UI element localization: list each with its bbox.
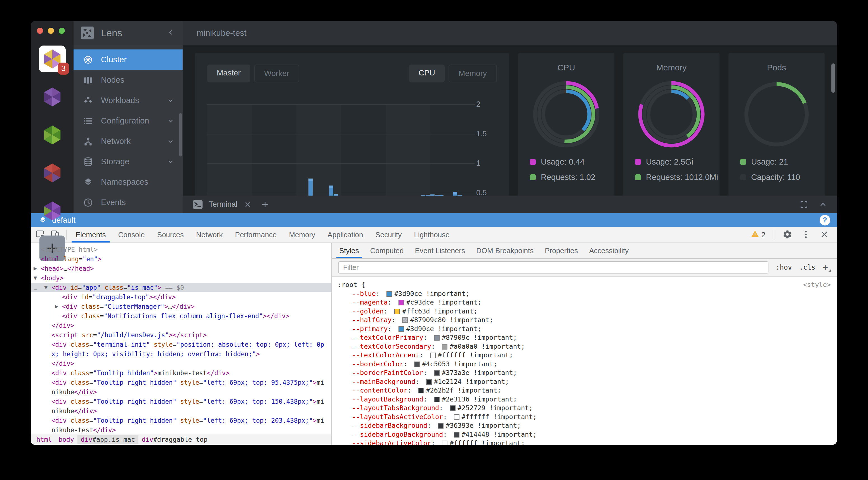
sidebar-scrollbar[interactable] — [179, 113, 182, 157]
sidebar-item-workloads[interactable]: Workloads — [73, 90, 183, 111]
color-swatch[interactable] — [399, 326, 404, 332]
color-swatch[interactable] — [434, 397, 440, 402]
cluster-icon-2[interactable] — [39, 83, 66, 110]
metric-memory[interactable]: Memory — [448, 65, 497, 82]
color-swatch[interactable] — [434, 370, 440, 376]
dom-tree-node[interactable]: <html lang="en"> — [31, 254, 331, 264]
color-swatch[interactable] — [434, 335, 440, 341]
dom-tree-node[interactable]: ▼<body> — [31, 273, 331, 283]
breadcrumb-item[interactable]: div#app.is-mac — [78, 435, 138, 444]
devtools-tab-performance[interactable]: Performance — [229, 227, 283, 242]
css-property[interactable]: --mainBackground: #1e2124 !important; — [338, 377, 837, 386]
cluster-icon-5[interactable] — [39, 198, 66, 225]
css-property[interactable]: --textColorPrimary: #87909c !important; — [338, 333, 837, 342]
color-swatch[interactable] — [454, 414, 460, 420]
node-filter-worker[interactable]: Worker — [254, 65, 300, 82]
cluster-icon-1[interactable]: 3 — [39, 45, 66, 72]
devtools-close-icon[interactable] — [819, 230, 830, 240]
style-source-link[interactable]: <style> — [803, 280, 831, 289]
color-swatch[interactable] — [426, 379, 432, 385]
dom-tree[interactable]: <!DOCTYPE html><html lang="en">▶<head>…<… — [31, 243, 331, 434]
dom-tree-node[interactable]: <div class="Tooltip right hidden" style=… — [31, 416, 331, 434]
css-property[interactable]: --contentColor: #262b2f !important; — [338, 386, 837, 395]
devtools-tab-sources[interactable]: Sources — [151, 227, 190, 242]
dom-tree-node[interactable]: <div id="draggable-top"></div> — [31, 292, 331, 302]
dom-tree-node[interactable]: <div class="terminal-init" style="positi… — [31, 340, 331, 359]
color-swatch[interactable] — [438, 423, 443, 428]
styles-tab-event-listeners[interactable]: Event Listeners — [409, 243, 471, 258]
main-scrollbar[interactable] — [831, 63, 835, 93]
css-property[interactable]: --sidebarBackground: #36393e !important; — [338, 421, 837, 430]
breadcrumb-item[interactable]: div#draggable-top — [138, 435, 211, 444]
terminal-tab-label[interactable]: Terminal — [209, 200, 238, 209]
color-swatch[interactable] — [450, 405, 456, 411]
dom-tree-node[interactable]: <!DOCTYPE html> — [31, 245, 331, 254]
sidebar-item-storage[interactable]: Storage — [73, 151, 183, 172]
breadcrumb-item[interactable]: html — [33, 435, 55, 444]
close-terminal-icon[interactable] — [244, 201, 251, 208]
sidebar-item-configuration[interactable]: Configuration — [73, 111, 183, 131]
styles-tab-dom-breakpoints[interactable]: DOM Breakpoints — [471, 243, 539, 258]
color-swatch[interactable] — [414, 362, 420, 367]
css-property[interactable]: --halfGray: #87909c80 !important; — [338, 316, 837, 325]
color-swatch[interactable] — [386, 291, 392, 297]
devtools-settings-icon[interactable] — [783, 230, 793, 240]
css-property[interactable]: --borderColor: #4c5053 !important; — [338, 360, 837, 369]
dom-tree-node[interactable]: <div class="Tooltip hidden">minikube-tes… — [31, 368, 331, 378]
devtools-tab-security[interactable]: Security — [369, 227, 408, 242]
breadcrumb-item[interactable]: body — [55, 435, 77, 444]
css-property[interactable]: --layoutTabsBackground: #252729 !importa… — [338, 404, 837, 413]
css-property[interactable]: --borderFaintColor: #373a3e !important; — [338, 369, 837, 377]
sidebar-collapse-button[interactable] — [167, 29, 175, 37]
dom-tree-node[interactable]: ▶<head>…</head> — [31, 264, 331, 273]
devtools-menu-icon[interactable] — [801, 230, 811, 240]
new-style-rule-button[interactable]: + — [823, 262, 831, 273]
toggle-hover-state-button[interactable]: :hov — [776, 264, 792, 271]
color-swatch[interactable] — [399, 300, 404, 305]
devtools-tab-lighthouse[interactable]: Lighthouse — [408, 227, 456, 242]
cluster-icon-4[interactable] — [39, 160, 66, 186]
devtools-tab-network[interactable]: Network — [190, 227, 229, 242]
dom-tree-node[interactable]: …▼<div id="app" class="is-mac"> == $0 — [31, 283, 331, 292]
cluster-icon-3[interactable] — [39, 122, 66, 148]
new-terminal-icon[interactable] — [261, 200, 269, 209]
dom-tree-node[interactable]: </div> — [31, 321, 331, 330]
css-property[interactable]: --sidebarActiveColor: #ffffff !important… — [338, 439, 837, 445]
help-button[interactable]: ? — [819, 215, 830, 226]
css-property[interactable]: --blue: #3d90ce !important; — [338, 289, 837, 298]
color-swatch[interactable] — [442, 441, 447, 445]
devtools-tab-memory[interactable]: Memory — [283, 227, 321, 242]
node-filter-master[interactable]: Master — [207, 65, 250, 82]
color-swatch[interactable] — [394, 309, 400, 314]
styles-tab-accessibility[interactable]: Accessibility — [584, 243, 634, 258]
minimize-window-button[interactable] — [48, 28, 54, 34]
css-property[interactable]: --primary: #3d90ce !important; — [338, 325, 837, 334]
css-property[interactable]: --layoutTabsActiveColor: #ffffff !import… — [338, 413, 837, 422]
css-property[interactable]: --sidebarLogoBackground: #414448 !import… — [338, 430, 837, 439]
close-window-button[interactable] — [37, 28, 43, 34]
devtools-tab-console[interactable]: Console — [112, 227, 151, 242]
metric-cpu[interactable]: CPU — [409, 65, 445, 82]
collapse-dock-icon[interactable] — [818, 200, 828, 209]
dom-tree-node[interactable]: </div> — [31, 359, 331, 368]
expand-dock-icon[interactable] — [800, 200, 808, 209]
color-swatch[interactable] — [418, 388, 424, 393]
color-swatch[interactable] — [402, 317, 408, 323]
sidebar-item-network[interactable]: Network — [73, 131, 183, 151]
styles-tab-styles[interactable]: Styles — [334, 243, 365, 258]
sidebar-item-cluster[interactable]: Cluster — [73, 49, 183, 70]
css-property[interactable]: --golden: #ffc63d !important; — [338, 307, 837, 316]
css-rules[interactable]: <style> :root { --blue: #3d90ce !importa… — [332, 277, 837, 445]
dom-tree-node[interactable]: <script src="/build/LensDev.js"></script… — [31, 330, 331, 340]
devtools-tab-elements[interactable]: Elements — [69, 227, 112, 242]
sidebar-item-events[interactable]: Events — [73, 192, 183, 213]
devtools-tab-application[interactable]: Application — [321, 227, 369, 242]
color-swatch[interactable] — [454, 432, 460, 438]
dom-tree-node[interactable]: <div class="Tooltip right hidden" style=… — [31, 397, 331, 416]
maximize-window-button[interactable] — [59, 28, 65, 34]
styles-tab-computed[interactable]: Computed — [365, 243, 409, 258]
sidebar-item-nodes[interactable]: Nodes — [73, 70, 183, 90]
dom-tree-node[interactable]: <div class="Tooltip right hidden" style=… — [31, 378, 331, 397]
toggle-class-button[interactable]: .cls — [799, 264, 815, 271]
css-property[interactable]: --layoutBackground: #2e3136 !important; — [338, 395, 837, 404]
